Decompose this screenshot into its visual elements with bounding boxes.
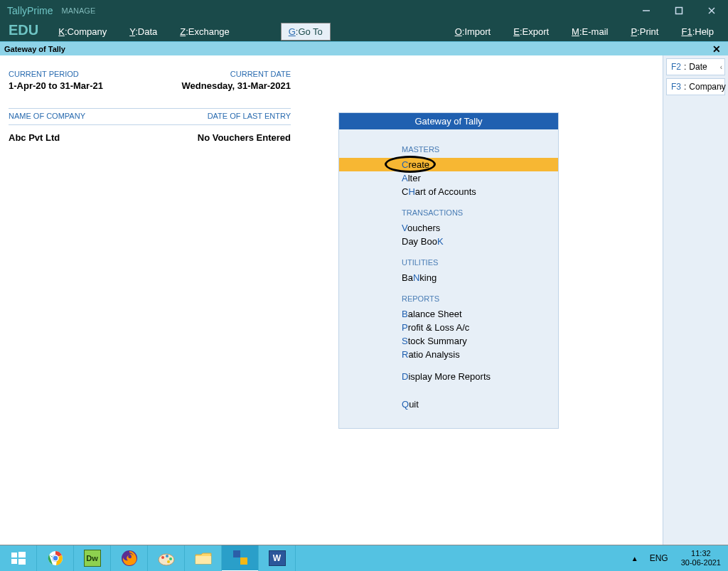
- tray-language[interactable]: ENG: [644, 553, 674, 563]
- gateway-title: Gateway of Tally: [339, 113, 558, 129]
- menu-company[interactable]: K:Company: [51, 23, 114, 40]
- menu-exchange[interactable]: Z:Exchange: [173, 23, 236, 40]
- gateway-menu: Gateway of Tally MASTERS Create Alter CH…: [338, 112, 559, 429]
- menu-balance-sheet[interactable]: Balance Sheet: [339, 307, 558, 321]
- current-period-value: 1-Apr-20 to 31-Mar-21: [9, 80, 103, 91]
- menu-alter[interactable]: Alter: [339, 171, 558, 185]
- menu-stock-summary[interactable]: Stock Summary: [339, 334, 558, 348]
- section-transactions: TRANSACTIONS: [339, 198, 558, 221]
- dreamweaver-icon: Dw: [84, 550, 101, 567]
- menu-goto[interactable]: G:Go To: [281, 23, 331, 41]
- chevron-left-icon: ‹: [720, 63, 722, 71]
- tray-clock[interactable]: 11:32 30-06-2021: [674, 549, 728, 567]
- svg-rect-6: [11, 559, 17, 564]
- manage-label[interactable]: MANAGE: [60, 6, 96, 15]
- left-pane: CURRENT PERIOD 1-Apr-20 to 31-Mar-21 CUR…: [0, 55, 299, 545]
- company-name-value: Abc Pvt Ltd: [9, 132, 60, 143]
- svg-point-13: [161, 556, 164, 559]
- taskbar-chrome[interactable]: [37, 545, 74, 572]
- section-reports: REPORTS: [339, 284, 558, 307]
- menu-print[interactable]: P:Print: [623, 23, 665, 40]
- current-date-label: CURRENT DATE: [182, 70, 291, 78]
- menu-import[interactable]: O:Import: [448, 23, 498, 40]
- mid-pane: Gateway of Tally MASTERS Create Alter CH…: [299, 55, 663, 545]
- svg-rect-18: [233, 550, 240, 557]
- svg-rect-1: [676, 8, 682, 14]
- windows-icon: [11, 551, 26, 565]
- subheader: Gateway of Tally ✕: [0, 41, 728, 55]
- menubar: EDU K:Company Y:Data Z:Exchange G:Go To …: [0, 21, 728, 41]
- menu-quit[interactable]: Quit: [339, 397, 558, 411]
- svg-rect-4: [11, 553, 17, 557]
- menu-display-more-reports[interactable]: Display More Reports: [339, 370, 558, 383]
- menu-data[interactable]: Y:Data: [122, 23, 164, 40]
- right-button-date[interactable]: F2:Date ‹: [666, 58, 725, 75]
- taskbar-word[interactable]: W: [259, 545, 296, 572]
- menu-help[interactable]: F1:Help: [674, 23, 721, 40]
- company-name-label: NAME OF COMPANY: [9, 112, 85, 120]
- taskbar-tally[interactable]: [222, 545, 259, 572]
- workarea: CURRENT PERIOD 1-Apr-20 to 31-Mar-21 CUR…: [0, 55, 728, 545]
- tally-icon: [232, 549, 249, 566]
- svg-point-16: [167, 560, 170, 563]
- maximize-button[interactable]: [663, 0, 695, 21]
- last-entry-label: DATE OF LAST ENTRY: [208, 112, 291, 120]
- firefox-icon: [121, 550, 138, 567]
- word-icon: W: [269, 550, 286, 566]
- svg-rect-19: [240, 557, 247, 565]
- menu-daybook[interactable]: Day BooK: [339, 235, 558, 248]
- menu-vouchers[interactable]: Vouchers: [339, 221, 558, 235]
- svg-point-14: [166, 555, 168, 557]
- app-name: TallyPrime: [0, 5, 60, 16]
- taskbar-firefox[interactable]: [111, 545, 148, 572]
- svg-rect-7: [18, 559, 26, 565]
- tray-arrow-icon[interactable]: ▲: [626, 555, 644, 562]
- taskbar-dreamweaver[interactable]: Dw: [74, 545, 111, 572]
- menu-ratio-analysis[interactable]: Ratio Analysis: [339, 348, 558, 361]
- folder-icon: [194, 550, 213, 566]
- chevron-left-icon: ‹: [720, 83, 722, 91]
- right-pane: F2:Date ‹ F3:Company ‹: [663, 55, 728, 545]
- close-button[interactable]: [695, 0, 728, 21]
- start-button[interactable]: [0, 545, 37, 572]
- minimize-button[interactable]: [630, 0, 663, 21]
- svg-point-15: [169, 557, 172, 560]
- highlight-circle-icon: [385, 156, 436, 173]
- paint-icon: [157, 550, 176, 566]
- menu-profit-loss[interactable]: Profit & Loss A/c: [339, 321, 558, 334]
- current-date-value: Wednesday, 31-Mar-2021: [182, 80, 291, 91]
- menu-email[interactable]: M:E-mail: [564, 23, 615, 40]
- svg-rect-17: [196, 556, 211, 564]
- subheader-title: Gateway of Tally: [4, 45, 65, 53]
- svg-point-10: [53, 555, 58, 561]
- section-masters: MASTERS: [339, 135, 558, 158]
- menu-export[interactable]: E:Export: [506, 23, 556, 40]
- current-period-label: CURRENT PERIOD: [9, 70, 103, 78]
- taskbar: Dw W ▲ ENG 11:32 30-06-2021: [0, 545, 728, 571]
- menu-create[interactable]: Create: [339, 158, 558, 171]
- titlebar: TallyPrime MANAGE: [0, 0, 728, 21]
- right-button-company[interactable]: F3:Company ‹: [666, 78, 725, 95]
- menu-chart-of-accounts[interactable]: CHart of Accounts: [339, 185, 558, 198]
- subheader-close-icon[interactable]: ✕: [712, 43, 724, 55]
- section-utilities: UTILITIES: [339, 248, 558, 271]
- taskbar-paint[interactable]: [148, 545, 185, 572]
- last-entry-value: No Vouchers Entered: [198, 132, 291, 143]
- chrome-icon: [47, 550, 64, 567]
- edu-label: EDU: [3, 22, 47, 41]
- svg-rect-5: [18, 552, 26, 557]
- taskbar-explorer[interactable]: [185, 545, 222, 572]
- menu-banking[interactable]: BaNking: [339, 271, 558, 284]
